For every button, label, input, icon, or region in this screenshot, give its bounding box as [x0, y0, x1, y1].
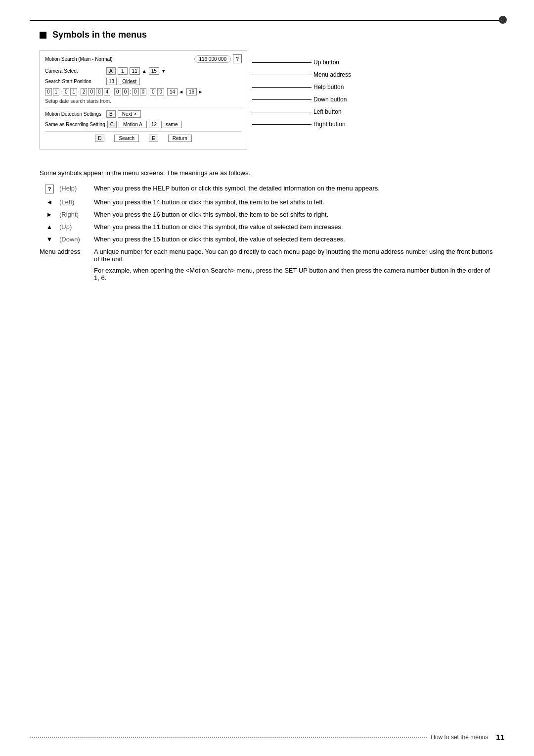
search-start-label: Search Start Position — [45, 79, 104, 84]
search-start-row: Search Start Position 13 Oldest — [45, 78, 242, 85]
symbol-icon-right: ► — [40, 211, 59, 218]
symbol-desc-left: When you press the 14 button or click th… — [94, 198, 494, 206]
search-num13: 13 — [106, 78, 117, 85]
annotation-label-up: Up button — [312, 59, 339, 66]
menu-title-text: Motion Search (Main - Normal) — [45, 56, 113, 62]
menu-address-entry: Menu address A unique number for each me… — [40, 248, 494, 285]
symbol-icon-down: ▼ — [40, 236, 59, 243]
search-button[interactable]: Search — [114, 135, 139, 142]
intro-text: Some symbols appear in the menu screens.… — [40, 169, 494, 177]
symbol-item-right: ► (Right) When you press the 16 button o… — [40, 211, 494, 218]
oldest-box: Oldest — [119, 78, 140, 85]
cam-num11: 11 — [130, 67, 140, 75]
date-d8: 4 — [104, 88, 111, 95]
symbol-list: ? (Help) When you press the HELP button … — [40, 185, 494, 243]
help-icon-box: ? — [45, 185, 54, 193]
annotation-label-menu: Menu address — [312, 71, 351, 78]
annotation-line-down — [252, 99, 312, 100]
date-d4: 1 — [70, 88, 77, 95]
same-recording-label: Same as Recording Setting — [45, 122, 105, 127]
footer-dots — [30, 737, 427, 738]
symbol-desc-help: When you press the HELP button or click … — [94, 185, 494, 192]
date-d12: 0 — [140, 88, 147, 95]
page-number: 11 — [496, 733, 504, 741]
camera-select-label: Camera Select — [45, 68, 104, 74]
left-arrow-icon[interactable]: ◄ — [178, 89, 183, 94]
cam-num15: 15 — [149, 67, 159, 75]
footer-text: How to set the menus — [431, 734, 488, 741]
date-d6: 0 — [88, 88, 95, 95]
menu-address-value: 116 000 000 — [194, 55, 231, 63]
section-title-text: Symbols in the menus — [52, 30, 147, 40]
annotation-down-button: Down button — [252, 96, 347, 103]
return-button[interactable]: Return — [168, 135, 192, 142]
right-arrow-icon[interactable]: ► — [198, 89, 203, 94]
section-title: Symbols in the menus — [40, 30, 494, 40]
letter-c-box: C — [107, 121, 117, 128]
dot2: · — [78, 89, 80, 94]
symbol-desc-right: When you press the 16 button or click th… — [94, 211, 494, 218]
symbol-item-up: ▲ (Up) When you press the 11 button or c… — [40, 223, 494, 231]
annotation-line-right — [252, 124, 312, 125]
dot1: · — [60, 89, 62, 94]
page-footer: How to set the menus 11 — [0, 733, 534, 741]
annotations-area: Up button Menu address Help button Down … — [252, 50, 425, 149]
setup-note: Setup date search starts from. — [45, 98, 242, 104]
date-d14: 0 — [157, 88, 164, 95]
letter-a-box: A — [106, 67, 116, 75]
diagram-area: Motion Search (Main - Normal) 116 000 00… — [40, 50, 494, 149]
annotation-line-left — [252, 112, 312, 112]
date-d9: 0 — [114, 88, 121, 95]
annotation-label-left: Left button — [312, 108, 342, 115]
date-d5: 2 — [81, 88, 88, 95]
num16-box: 16 — [186, 88, 197, 95]
symbol-icon-help: ? — [40, 185, 59, 193]
annotation-menu-address: Menu address — [252, 71, 351, 78]
date-d10: 0 — [122, 88, 129, 95]
symbol-desc-down: When you press the 15 button or click th… — [94, 236, 494, 243]
motion-a-btn[interactable]: Motion A — [119, 121, 147, 128]
symbol-item-down: ▼ (Down) When you press the 15 button or… — [40, 236, 494, 243]
menu-address-entry-label: Menu address — [40, 248, 94, 255]
cam-num1: 1 — [118, 67, 128, 75]
colon2: : — [147, 89, 149, 94]
symbol-icon-left: ◄ — [40, 198, 59, 206]
same-recording-row: Same as Recording Setting C Motion A 12 … — [45, 121, 242, 128]
menu-address-desc2: For example, when opening the <Motion Se… — [94, 267, 494, 282]
down-arrow-icon[interactable]: ▼ — [161, 68, 166, 74]
up-arrow-icon[interactable]: ▲ — [142, 68, 147, 74]
symbol-item-help: ? (Help) When you press the HELP button … — [40, 185, 494, 193]
symbol-desc-up: When you press the 11 button or click th… — [94, 223, 494, 231]
letter-e-box: E — [149, 135, 158, 142]
camera-select-row: Camera Select A 1 11 ▲ 15 ▼ — [45, 67, 242, 75]
symbol-item-left: ◄ (Left) When you press the 14 button or… — [40, 198, 494, 206]
help-button-icon[interactable]: ? — [233, 54, 242, 63]
date-row: 0 1 · 0 1 · 2 0 0 4 0 0 : 0 0 : — [45, 88, 242, 95]
date-d7: 0 — [96, 88, 103, 95]
title-square-icon — [40, 32, 46, 39]
annotation-up-button: Up button — [252, 59, 339, 66]
symbol-name-left: (Left) — [59, 198, 94, 206]
letter-d-box: D — [95, 135, 104, 142]
date-d13: 0 — [150, 88, 157, 95]
divider1 — [45, 107, 242, 107]
annotation-label-right: Right button — [312, 121, 346, 128]
letter-b-box: B — [106, 110, 116, 118]
divider2 — [45, 131, 242, 132]
motion-detection-label: Motion Detection Settings — [45, 111, 104, 117]
annotation-line-up — [252, 62, 312, 63]
symbol-name-help: (Help) — [59, 185, 94, 192]
annotation-line-help — [252, 87, 312, 88]
menu-title-bar: Motion Search (Main - Normal) 116 000 00… — [45, 54, 242, 63]
same-num12: 12 — [149, 121, 159, 128]
symbol-icon-up: ▲ — [40, 223, 59, 231]
annotation-label-down: Down button — [312, 96, 347, 103]
num14-box: 14 — [167, 88, 178, 95]
date-d2: 1 — [53, 88, 60, 95]
next-btn[interactable]: Next > — [118, 110, 141, 118]
symbol-name-right: (Right) — [59, 211, 94, 218]
description-section: Some symbols appear in the menu screens.… — [40, 169, 494, 285]
colon1: : — [130, 89, 131, 94]
symbol-name-down: (Down) — [59, 236, 94, 243]
annotation-line-menu — [252, 75, 312, 75]
